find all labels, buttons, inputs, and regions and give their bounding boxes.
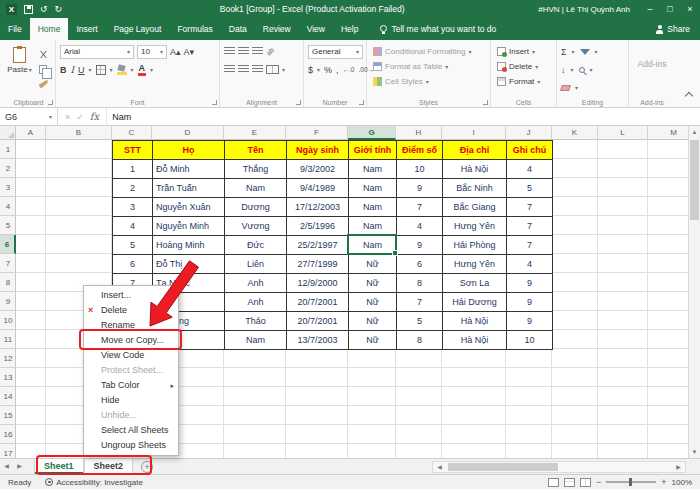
column-header-l[interactable]: L bbox=[598, 126, 648, 140]
save-icon[interactable] bbox=[24, 5, 33, 14]
table-cell[interactable]: 8 bbox=[397, 274, 443, 293]
formula-input[interactable]: Nam bbox=[107, 112, 700, 122]
format-button[interactable]: Format▾ bbox=[493, 74, 553, 89]
sheet-tab-sheet2[interactable]: Sheet2 bbox=[84, 459, 134, 474]
menu-item-ungroup-sheets[interactable]: Ungroup Sheets bbox=[84, 438, 178, 453]
table-cell[interactable]: Nữ bbox=[349, 293, 397, 312]
table-cell[interactable]: Nam bbox=[349, 198, 397, 217]
table-cell[interactable]: 3 bbox=[113, 198, 153, 217]
table-cell[interactable]: Hưng Yên bbox=[443, 217, 507, 236]
table-cell[interactable]: Đỗ Minh bbox=[153, 160, 225, 179]
table-cell[interactable]: Nam bbox=[225, 179, 287, 198]
next-sheet-button[interactable]: ▶ bbox=[13, 459, 26, 474]
table-cell[interactable]: Hà Nội bbox=[443, 331, 507, 350]
new-sheet-button[interactable]: + bbox=[141, 461, 153, 473]
table-cell[interactable]: Nam bbox=[225, 331, 287, 350]
table-cell[interactable]: 2 bbox=[113, 179, 153, 198]
row-header-6[interactable]: 6 bbox=[0, 235, 16, 254]
table-cell[interactable]: 17/12/2003 bbox=[287, 198, 349, 217]
table-cell[interactable]: Thảo bbox=[225, 312, 287, 331]
table-cell[interactable]: 6 bbox=[397, 255, 443, 274]
enter-icon[interactable]: ✓ bbox=[76, 112, 84, 122]
table-cell[interactable]: 10 bbox=[507, 331, 553, 350]
table-cell[interactable]: 4 bbox=[397, 217, 443, 236]
scroll-right-arrow[interactable]: ▶ bbox=[672, 460, 685, 475]
tell-me-box[interactable]: Tell me what you want to do bbox=[380, 18, 496, 40]
table-cell[interactable]: Hải Phòng bbox=[443, 236, 507, 255]
table-cell[interactable]: 4 bbox=[507, 160, 553, 179]
column-header-b[interactable]: B bbox=[46, 126, 112, 140]
table-cell[interactable]: Vương bbox=[225, 217, 287, 236]
insert-button[interactable]: Insert▾ bbox=[493, 44, 553, 59]
horizontal-scroll-track[interactable] bbox=[446, 462, 672, 472]
format-as-table-button[interactable]: Format as Table▾ bbox=[369, 59, 487, 74]
column-header-j[interactable]: J bbox=[506, 126, 552, 140]
scroll-left-arrow[interactable]: ◀ bbox=[433, 460, 446, 475]
increase-decimal-button[interactable]: ←.0 bbox=[343, 66, 355, 73]
table-cell[interactable]: 7 bbox=[507, 198, 553, 217]
vertical-scroll-thumb[interactable] bbox=[690, 140, 699, 220]
table-cell[interactable]: Nguyễn Minh bbox=[153, 217, 225, 236]
horizontal-scrollbar[interactable]: ◀ ▶ bbox=[432, 461, 686, 473]
align-left-button[interactable] bbox=[224, 65, 235, 74]
table-cell[interactable]: 4 bbox=[507, 255, 553, 274]
percent-style-button[interactable]: % bbox=[324, 64, 332, 76]
row-header-15[interactable]: 15 bbox=[0, 406, 16, 425]
align-middle-button[interactable] bbox=[238, 47, 249, 56]
menu-item-move-or-copy[interactable]: Move or Copy... bbox=[84, 333, 178, 348]
user-account[interactable]: #HVN | Lê Thị Quỳnh Anh bbox=[538, 5, 630, 14]
ribbon-tab-view[interactable]: View bbox=[299, 18, 333, 40]
table-cell[interactable]: Hải Dương bbox=[443, 293, 507, 312]
column-header-k[interactable]: K bbox=[552, 126, 598, 140]
row-header-7[interactable]: 7 bbox=[0, 254, 16, 273]
name-box[interactable]: G6 ▾ bbox=[0, 108, 58, 125]
clear-button[interactable] bbox=[560, 85, 571, 91]
row-header-13[interactable]: 13 bbox=[0, 368, 16, 387]
align-bottom-button[interactable] bbox=[252, 47, 263, 56]
row-header-3[interactable]: 3 bbox=[0, 178, 16, 197]
prev-sheet-button[interactable]: ◀ bbox=[0, 459, 13, 474]
row-header-9[interactable]: 9 bbox=[0, 292, 16, 311]
select-all-button[interactable] bbox=[0, 126, 16, 140]
borders-button[interactable] bbox=[96, 65, 106, 75]
delete-button[interactable]: Delete▾ bbox=[493, 59, 553, 74]
sheet-tab-sheet1[interactable]: Sheet1 bbox=[34, 459, 84, 474]
ribbon-tab-home[interactable]: Home bbox=[30, 18, 69, 40]
undo-icon[interactable]: ↺ bbox=[40, 4, 48, 14]
ribbon-tab-page-layout[interactable]: Page Layout bbox=[106, 18, 170, 40]
table-cell[interactable]: Dương bbox=[225, 198, 287, 217]
sort-filter-button[interactable] bbox=[580, 49, 590, 55]
number-dialog-launcher[interactable] bbox=[359, 100, 364, 105]
table-cell[interactable]: 2/5/1996 bbox=[287, 217, 349, 236]
column-header-i[interactable]: I bbox=[442, 126, 506, 140]
ribbon-tab-file[interactable]: File bbox=[0, 18, 30, 40]
decrease-font-size-button[interactable]: A▾ bbox=[184, 46, 195, 58]
cancel-icon[interactable]: × bbox=[65, 112, 70, 122]
table-cell[interactable]: 25/2/1997 bbox=[287, 236, 349, 255]
table-cell[interactable]: Bắc Giang bbox=[443, 198, 507, 217]
zoom-level[interactable]: 100% bbox=[672, 478, 692, 487]
table-cell[interactable]: 10 bbox=[397, 160, 443, 179]
italic-button[interactable]: I bbox=[71, 64, 75, 76]
align-top-button[interactable] bbox=[224, 47, 235, 56]
bold-button[interactable]: B bbox=[60, 64, 67, 76]
font-dialog-launcher[interactable] bbox=[212, 100, 217, 105]
ribbon-tab-insert[interactable]: Insert bbox=[68, 18, 105, 40]
row-header-2[interactable]: 2 bbox=[0, 159, 16, 178]
menu-item-insert[interactable]: Insert... bbox=[84, 288, 178, 303]
normal-view-button[interactable] bbox=[548, 478, 559, 487]
scroll-down-arrow[interactable]: ▼ bbox=[689, 446, 700, 458]
cut-button[interactable] bbox=[35, 48, 51, 60]
table-cell[interactable]: Sơn La bbox=[443, 274, 507, 293]
collapse-ribbon-button[interactable] bbox=[685, 92, 693, 100]
copy-button[interactable] bbox=[35, 63, 51, 75]
insert-function-icon[interactable]: fx bbox=[90, 111, 99, 122]
table-cell[interactable]: 7 bbox=[507, 236, 553, 255]
table-cell[interactable]: 1 bbox=[113, 160, 153, 179]
row-header-8[interactable]: 8 bbox=[0, 273, 16, 292]
page-break-view-button[interactable] bbox=[580, 478, 591, 487]
menu-item-rename[interactable]: Rename bbox=[84, 318, 178, 333]
table-cell[interactable]: 20/7/2001 bbox=[287, 312, 349, 331]
column-header-c[interactable]: C bbox=[112, 126, 152, 140]
row-header-16[interactable]: 16 bbox=[0, 425, 16, 444]
